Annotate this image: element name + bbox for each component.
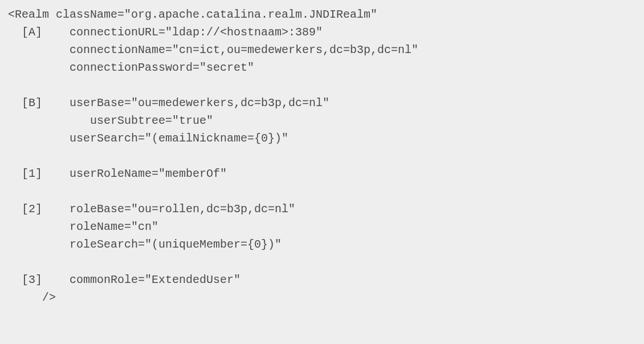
code-line: [3] commonRole="ExtendedUser" <box>8 273 241 286</box>
code-line: roleName="cn" <box>8 220 158 233</box>
code-line: connectionPassword="secret" <box>8 61 254 74</box>
code-line: <Realm className="org.apache.catalina.re… <box>8 8 377 21</box>
code-line: [B] userBase="ou=medewerkers,dc=b3p,dc=n… <box>8 96 329 110</box>
code-line: roleSearch="(uniqueMember={0})" <box>8 238 282 251</box>
code-line: [1] userRoleName="memberOf" <box>8 167 227 180</box>
code-block: <Realm className="org.apache.catalina.re… <box>0 0 644 344</box>
code-line: [A] connectionURL="ldap://<hostnaam>:389… <box>8 26 323 39</box>
code-line: userSearch="(emailNickname={0})" <box>8 132 288 145</box>
code-line: /> <box>8 291 56 304</box>
code-line: connectionName="cn=ict,ou=medewerkers,dc… <box>8 43 418 56</box>
code-line: userSubtree="true" <box>8 114 213 127</box>
code-line: [2] roleBase="ou=rollen,dc=b3p,dc=nl" <box>8 203 295 216</box>
